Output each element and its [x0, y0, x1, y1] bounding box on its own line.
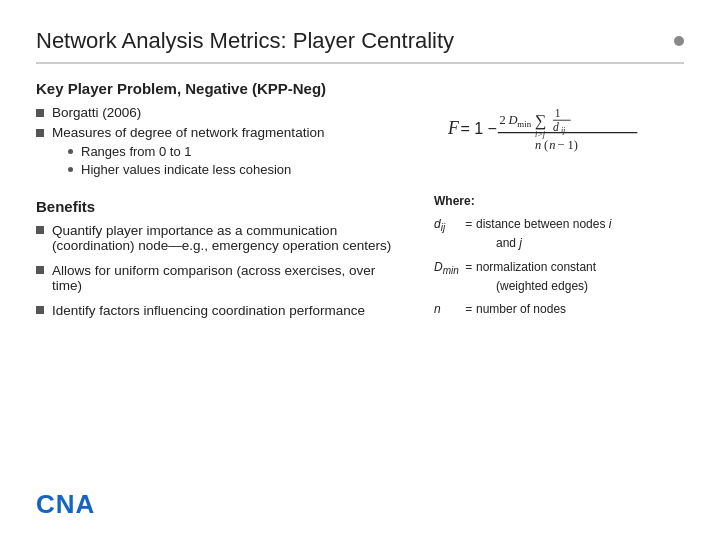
svg-text:1: 1 — [555, 107, 561, 119]
benefit-bullet-icon1 — [36, 226, 44, 234]
benefits-section: Benefits Quantify player importance as a… — [36, 198, 404, 318]
svg-text:F: F — [447, 118, 459, 138]
kpp-heading: Key Player Problem, Negative (KPP-Neg) — [36, 80, 404, 97]
svg-text:ij: ij — [561, 126, 566, 135]
benefits-bullets: Quantify player importance as a communic… — [36, 223, 404, 318]
bullet-borgatti-text: Borgatti (2006) — [52, 105, 141, 120]
benefit-2: Allows for uniform comparison (across ex… — [36, 263, 404, 293]
where-row-n: n = number of nodes — [434, 300, 611, 319]
svg-text:(: ( — [544, 138, 548, 152]
bullet-square-icon — [36, 109, 44, 117]
where-eq-dij: = — [462, 215, 476, 234]
slide-title: Network Analysis Metrics: Player Central… — [36, 28, 454, 54]
svg-text:d: d — [553, 121, 559, 133]
cna-logo: CNA — [36, 489, 95, 520]
benefit-bullet-icon3 — [36, 306, 44, 314]
benefit-bullet-icon2 — [36, 266, 44, 274]
formula-svg: F = 1 − 2 D min ∑ i>j 1 d ij — [434, 90, 654, 170]
title-section: Network Analysis Metrics: Player Central… — [36, 28, 684, 64]
where-def-n: number of nodes — [476, 300, 566, 319]
where-row-dij: dij = distance between nodes i and j — [434, 215, 611, 253]
where-title: Where: — [434, 192, 611, 211]
bullet-square-icon2 — [36, 129, 44, 137]
where-row-dmin: Dmin = normalization constant (weighted … — [434, 258, 611, 296]
where-eq-n: = — [462, 300, 476, 319]
bullet-borgatti: Borgatti (2006) — [36, 105, 404, 120]
benefit-2-text: Allows for uniform comparison (across ex… — [52, 263, 404, 293]
svg-text:n: n — [549, 138, 555, 152]
svg-text:− 1): − 1) — [557, 138, 577, 152]
svg-text:∑: ∑ — [535, 112, 546, 130]
where-eq-dmin: = — [462, 258, 476, 277]
where-box: Where: dij = distance between nodes i an… — [434, 192, 611, 321]
bullet-measures-text: Measures of degree of network fragmentat… — [52, 125, 324, 140]
sub-bullets: Ranges from 0 to 1 Higher values indicat… — [52, 144, 324, 177]
svg-text:2: 2 — [500, 113, 506, 127]
slide: Network Analysis Metrics: Player Central… — [0, 0, 720, 540]
where-var-n: n — [434, 300, 462, 319]
benefit-3-text: Identify factors influencing coordinatio… — [52, 303, 365, 318]
svg-text:D: D — [507, 113, 517, 127]
benefit-1: Quantify player importance as a communic… — [36, 223, 404, 253]
benefit-1-text: Quantify player importance as a communic… — [52, 223, 404, 253]
svg-text:n: n — [535, 138, 541, 152]
sub-bullet-ranges-text: Ranges from 0 to 1 — [81, 144, 192, 159]
sub-bullet-higher: Higher values indicate less cohesion — [52, 162, 324, 177]
benefits-heading: Benefits — [36, 198, 404, 215]
right-column: F = 1 − 2 D min ∑ i>j 1 d ij — [424, 80, 684, 516]
where-def-dij: distance between nodes i and j — [476, 215, 611, 253]
svg-text:min: min — [517, 119, 531, 129]
where-def-dmin: normalization constant (weighted edges) — [476, 258, 596, 296]
benefit-3: Identify factors influencing coordinatio… — [36, 303, 404, 318]
sub-bullet-higher-text: Higher values indicate less cohesion — [81, 162, 291, 177]
left-column: Key Player Problem, Negative (KPP-Neg) B… — [36, 80, 424, 516]
svg-text:= 1 −: = 1 − — [460, 120, 496, 137]
content-area: Key Player Problem, Negative (KPP-Neg) B… — [36, 80, 684, 516]
round-bullet-icon2 — [68, 167, 73, 172]
kpp-section: Key Player Problem, Negative (KPP-Neg) B… — [36, 80, 404, 180]
title-dot — [674, 36, 684, 46]
round-bullet-icon — [68, 149, 73, 154]
where-var-dmin: Dmin — [434, 258, 462, 279]
where-var-dij: dij — [434, 215, 462, 236]
sub-bullet-ranges: Ranges from 0 to 1 — [52, 144, 324, 159]
formula-box: F = 1 − 2 D min ∑ i>j 1 d ij — [424, 80, 664, 180]
bullet-measures: Measures of degree of network fragmentat… — [36, 125, 404, 180]
